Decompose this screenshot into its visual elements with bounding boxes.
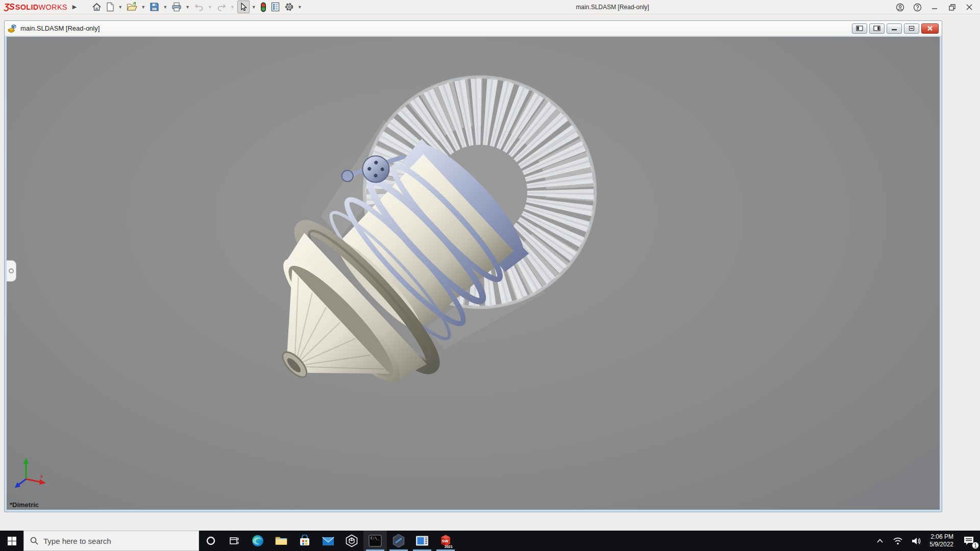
solidworks-app-icon: SW 2021 — [438, 533, 453, 548]
ds-logo-icon: ƷS — [4, 2, 14, 12]
hidden-icons-button[interactable] — [871, 531, 889, 551]
assembly-document-icon — [7, 23, 17, 34]
taskbar-item-display-app[interactable] — [410, 531, 434, 551]
print-dropdown[interactable]: ▼ — [185, 5, 190, 10]
taskbar-item-solidworks[interactable]: SW 2021 — [434, 531, 457, 551]
app-titlebar: ƷS SOLID WORKS ▶ ▼ — [0, 0, 980, 14]
doc-restore-button[interactable] — [904, 23, 919, 34]
taskbar-item-store[interactable] — [293, 531, 316, 551]
start-button[interactable] — [0, 531, 23, 551]
taskbar-item-edge[interactable] — [246, 531, 270, 551]
3d-viewer-icon — [345, 534, 358, 547]
document-window-buttons — [852, 23, 939, 34]
redo-button[interactable] — [215, 1, 228, 13]
restore-icon — [948, 4, 956, 11]
panel-tab-handle-icon — [9, 268, 14, 273]
graphics-viewport[interactable]: x *Dimetric — [7, 37, 940, 510]
display-app-icon — [415, 535, 429, 546]
select-dropdown[interactable]: ▼ — [252, 5, 256, 10]
sw-logo-text: SW — [442, 539, 449, 543]
open-folder-icon — [127, 2, 137, 12]
new-document-button[interactable] — [104, 1, 116, 13]
windows-start-icon — [8, 537, 16, 545]
undo-icon — [194, 3, 204, 12]
undo-button[interactable] — [192, 1, 206, 13]
cortana-icon — [206, 536, 216, 546]
taskbar-item-mail[interactable] — [316, 531, 340, 551]
select-cursor-icon — [239, 2, 248, 12]
user-account-icon — [896, 3, 904, 12]
print-icon — [172, 2, 182, 12]
view-orientation-label: *Dimetric — [10, 501, 39, 509]
file-properties-icon — [271, 2, 280, 12]
print-button[interactable] — [170, 1, 183, 13]
notification-badge: 1 — [972, 542, 979, 549]
new-document-dropdown[interactable]: ▼ — [118, 5, 122, 10]
taskbar-item-3d-viewer[interactable] — [340, 531, 363, 551]
task-view-icon — [229, 536, 239, 546]
open-dropdown[interactable]: ▼ — [141, 5, 145, 10]
sw-year-badge: 2021 — [445, 545, 453, 548]
mail-icon — [322, 535, 335, 546]
screen: ƷS SOLID WORKS ▶ ▼ — [0, 0, 980, 551]
task-view-button[interactable] — [223, 531, 246, 551]
close-button[interactable] — [961, 1, 978, 14]
show-left-pane-button[interactable] — [852, 23, 867, 34]
home-button[interactable] — [90, 1, 103, 13]
jet-engine-model — [7, 37, 940, 510]
left-pane-icon — [856, 26, 863, 31]
file-properties-button[interactable] — [269, 1, 282, 13]
app-window-controls — [891, 0, 978, 14]
action-center-button[interactable]: 1 — [958, 531, 980, 551]
search-placeholder: Type here to search — [43, 537, 111, 545]
app-title: main.SLDASM [Read-only] — [510, 4, 715, 11]
doc-close-button[interactable] — [921, 23, 939, 34]
taskbar-item-hexagon-app[interactable] — [387, 531, 410, 551]
cmd-prompt-text: C:\_ — [371, 536, 380, 540]
open-button[interactable] — [125, 1, 139, 13]
options-dropdown[interactable]: ▼ — [298, 5, 302, 10]
doc-restore-icon — [909, 26, 915, 31]
save-dropdown[interactable]: ▼ — [163, 5, 167, 10]
hexagon-app-icon — [392, 534, 405, 548]
minimize-icon — [931, 4, 938, 11]
select-button[interactable] — [237, 1, 250, 13]
show-right-pane-button[interactable] — [869, 23, 885, 34]
help-icon — [913, 3, 922, 12]
chevron-up-icon — [876, 538, 884, 543]
volume-button[interactable] — [907, 531, 925, 551]
file-explorer-icon — [275, 534, 288, 547]
search-input[interactable]: Type here to search — [23, 531, 199, 551]
save-button[interactable] — [148, 1, 161, 13]
microsoft-store-icon — [299, 535, 311, 547]
rebuild-button[interactable] — [259, 1, 268, 14]
options-button[interactable] — [283, 1, 296, 13]
triad-x-label: x — [40, 473, 43, 479]
taskbar-item-file-explorer[interactable] — [270, 531, 293, 551]
collapsed-panel-tab[interactable] — [7, 260, 16, 282]
cortana-button[interactable] — [199, 531, 223, 551]
doc-minimize-button[interactable] — [887, 23, 902, 34]
help-button[interactable] — [909, 1, 926, 14]
orientation-triad[interactable]: x — [14, 457, 51, 492]
network-button[interactable] — [889, 531, 907, 551]
edge-icon — [251, 534, 264, 547]
system-tray: 2:06 PM 5/9/2022 1 — [871, 531, 980, 551]
command-prompt-icon: C:\_ — [369, 535, 382, 547]
document-titlebar[interactable]: main.SLDASM [Read-only] — [5, 21, 942, 36]
taskbar: Type here to search — [0, 531, 980, 551]
doc-close-icon — [927, 26, 933, 31]
redo-dropdown[interactable]: ▼ — [230, 5, 235, 10]
taskbar-item-command-prompt[interactable]: C:\_ — [363, 531, 387, 551]
triad-axes-icon — [14, 457, 51, 490]
restore-button[interactable] — [943, 1, 961, 14]
search-icon — [30, 537, 38, 545]
document-title: main.SLDASM [Read-only] — [20, 24, 100, 32]
account-button[interactable] — [891, 1, 909, 14]
undo-dropdown[interactable]: ▼ — [208, 5, 212, 10]
clock-date: 5/9/2022 — [929, 541, 953, 548]
minimize-button[interactable] — [926, 1, 943, 14]
new-document-icon — [106, 2, 114, 12]
taskbar-clock[interactable]: 2:06 PM 5/9/2022 — [925, 531, 958, 551]
expand-menu-arrow-icon[interactable]: ▶ — [72, 4, 77, 10]
